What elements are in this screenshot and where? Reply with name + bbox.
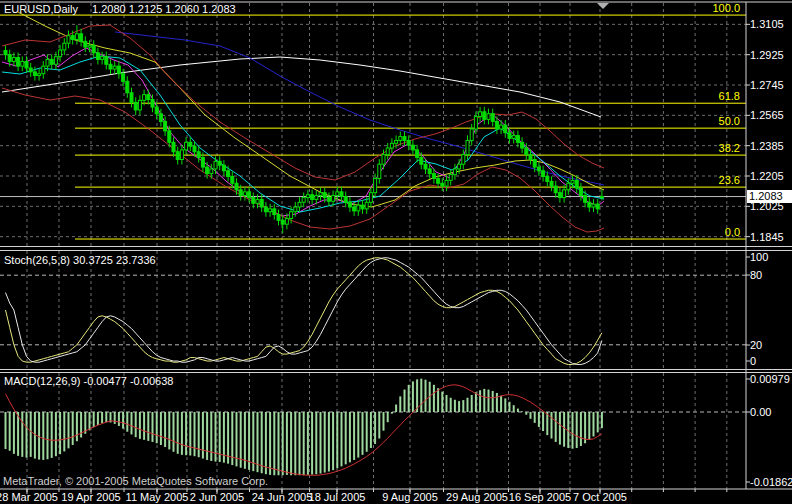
candle-body (201, 157, 204, 167)
candle-body (21, 61, 24, 66)
candle-body (248, 192, 251, 198)
date-label: 7 Oct 2005 (558, 491, 642, 503)
price-tick-label: 1.2205 (750, 170, 784, 182)
candle-body (600, 197, 603, 198)
candle-body (458, 164, 461, 169)
candle-body (395, 140, 398, 143)
price-tick-label: 1.3105 (750, 18, 784, 30)
fibonacci-level-label: 38.2 (600, 142, 740, 154)
candle-body (71, 36, 74, 40)
candle-body (63, 43, 66, 50)
stochastic-main-line (6, 258, 602, 365)
candle-body (504, 125, 507, 133)
candle-body (252, 198, 255, 204)
candle-body (84, 41, 87, 47)
candle-body (529, 155, 532, 160)
price-tick-label: 1.2565 (750, 109, 784, 121)
candle-body (302, 198, 305, 203)
candle-body (449, 175, 452, 181)
candle-body (172, 142, 175, 151)
candle-body (134, 102, 137, 110)
candle-body (269, 209, 272, 212)
price-tick-label: 1.1845 (750, 231, 784, 243)
candle-body (357, 205, 360, 211)
candle-body (537, 167, 540, 171)
candle-body (470, 129, 473, 140)
candle-body (4, 50, 7, 54)
candle-body (235, 183, 238, 190)
macd-tick-label: -0.01862 (750, 476, 792, 488)
candle-body (227, 171, 230, 177)
candle-body (159, 114, 162, 122)
candle-body (348, 202, 351, 207)
candle-body (365, 202, 368, 209)
candle-body (441, 183, 444, 186)
candle-body (273, 209, 276, 215)
candle-body (101, 57, 104, 60)
candle-body (386, 148, 389, 155)
candle-body (521, 142, 524, 148)
candle-body (59, 50, 62, 57)
candle-body (319, 193, 322, 196)
candle-body (571, 180, 574, 183)
candle-body (193, 146, 196, 152)
symbol-period-label: EURUSD,Daily (4, 3, 78, 15)
candle-body (285, 218, 288, 224)
candle-body (567, 183, 570, 190)
candle-body (466, 140, 469, 154)
candle-body (382, 155, 385, 165)
candle-body (495, 121, 498, 129)
candle-body (96, 53, 99, 60)
candle-body (323, 193, 326, 198)
stochastic-signal-line (6, 258, 602, 365)
candle-body (311, 195, 314, 200)
macd-indicator-label: MACD(12,26,9) -0.00477 -0.00638 (4, 375, 173, 387)
candle-body (42, 66, 45, 74)
candle-body (500, 125, 503, 129)
stoch-tick-label: 20 (750, 339, 762, 351)
candle-body (533, 159, 536, 167)
price-tick-label: 1.2025 (750, 200, 784, 212)
candle-body (579, 188, 582, 196)
candle-body (218, 161, 221, 165)
candle-body (117, 66, 120, 74)
candle-body (491, 114, 494, 122)
candle-body (189, 142, 192, 146)
candle-body (378, 164, 381, 178)
candle-body (176, 152, 179, 160)
candle-body (525, 148, 528, 155)
candle-body (50, 59, 53, 64)
candle-body (445, 180, 448, 186)
candle-body (374, 179, 377, 193)
candle-body (361, 205, 364, 209)
candle-body (180, 150, 183, 160)
chart-canvas[interactable] (0, 0, 792, 504)
candle-body (143, 95, 146, 101)
candle-body (416, 150, 419, 158)
candle-body (369, 193, 372, 203)
candle-body (294, 207, 297, 212)
candle-body (340, 192, 343, 197)
stoch-tick-label: 0 (750, 355, 756, 367)
candle-body (155, 107, 158, 114)
candle-body (151, 100, 154, 108)
candle-body (575, 180, 578, 188)
candle-body (256, 199, 259, 203)
candle-body (147, 95, 150, 100)
candle-body (584, 196, 587, 203)
candle-body (512, 136, 515, 139)
candle-body (109, 64, 112, 69)
candle-body (8, 55, 11, 62)
candle-body (474, 117, 477, 129)
candle-body (462, 155, 465, 165)
candle-body (222, 165, 225, 171)
candle-body (420, 157, 423, 164)
candle-body (138, 100, 141, 110)
fibonacci-level-label: 61.8 (600, 90, 740, 102)
candle-body (92, 45, 95, 53)
candle-body (508, 133, 511, 139)
candle-body (353, 207, 356, 211)
candle-body (260, 199, 263, 207)
candle-body (558, 193, 561, 198)
candle-body (264, 207, 267, 212)
